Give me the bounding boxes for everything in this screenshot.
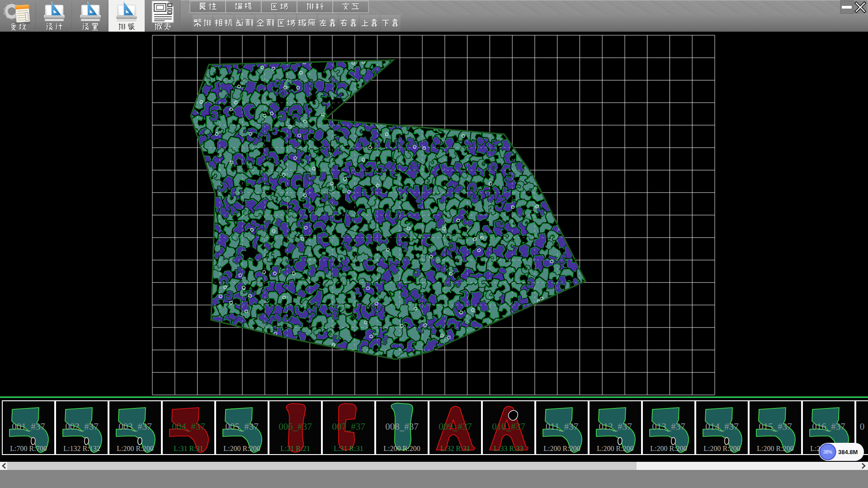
svg-text:L:200 R:200: L:200 R:200 bbox=[703, 445, 740, 452]
svg-text:004_#37: 004_#37 bbox=[172, 421, 205, 432]
svg-text:008_#37: 008_#37 bbox=[385, 421, 419, 432]
svg-text:006_#37: 006_#37 bbox=[278, 421, 312, 432]
svg-text:011_#37: 011_#37 bbox=[546, 421, 579, 432]
svg-text:L:200 R:200: L:200 R:200 bbox=[597, 445, 633, 452]
svg-text:002_#37: 002_#37 bbox=[65, 421, 99, 432]
svg-text:L:200 R:200: L:200 R:200 bbox=[117, 445, 153, 452]
svg-text:L:33 R:33: L:33 R:33 bbox=[494, 445, 523, 452]
svg-text:015_#37: 015_#37 bbox=[759, 421, 792, 432]
svg-text:010_#37: 010_#37 bbox=[492, 421, 525, 432]
svg-text:L:200 R:200: L:200 R:200 bbox=[650, 445, 687, 452]
svg-text:L:200 R:200: L:200 R:200 bbox=[543, 445, 580, 452]
svg-text:009_#37: 009_#37 bbox=[439, 421, 472, 432]
svg-text:007_#37: 007_#37 bbox=[332, 421, 365, 432]
svg-text:014_#37: 014_#37 bbox=[705, 421, 739, 432]
svg-text:001_#37: 001_#37 bbox=[12, 421, 45, 432]
svg-text:L:200 R:200: L:200 R:200 bbox=[223, 445, 260, 452]
svg-text:L:700 R:700: L:700 R:700 bbox=[10, 445, 47, 452]
svg-text:L:132 R:132: L:132 R:132 bbox=[63, 445, 100, 452]
svg-text:L:31 R:31: L:31 R:31 bbox=[334, 445, 363, 452]
svg-text:013_#37: 013_#37 bbox=[652, 421, 685, 432]
svg-text:L:200 R:200: L:200 R:200 bbox=[757, 445, 793, 452]
svg-text:L:32 R:31: L:32 R:31 bbox=[440, 445, 470, 452]
svg-text:016_#37: 016_#37 bbox=[812, 421, 845, 432]
svg-text:L:21 R:21: L:21 R:21 bbox=[280, 445, 310, 452]
svg-text:L:31 R:31: L:31 R:31 bbox=[174, 445, 203, 452]
svg-text:005_#37: 005_#37 bbox=[225, 421, 259, 432]
svg-text:38%: 38% bbox=[823, 450, 832, 455]
svg-text:012_#37: 012_#37 bbox=[599, 421, 632, 432]
svg-text:003_#37: 003_#37 bbox=[118, 421, 152, 432]
svg-text:384.8M: 384.8M bbox=[838, 449, 858, 455]
svg-text:0: 0 bbox=[860, 421, 865, 432]
svg-text:L:200 R:200: L:200 R:200 bbox=[383, 445, 420, 452]
